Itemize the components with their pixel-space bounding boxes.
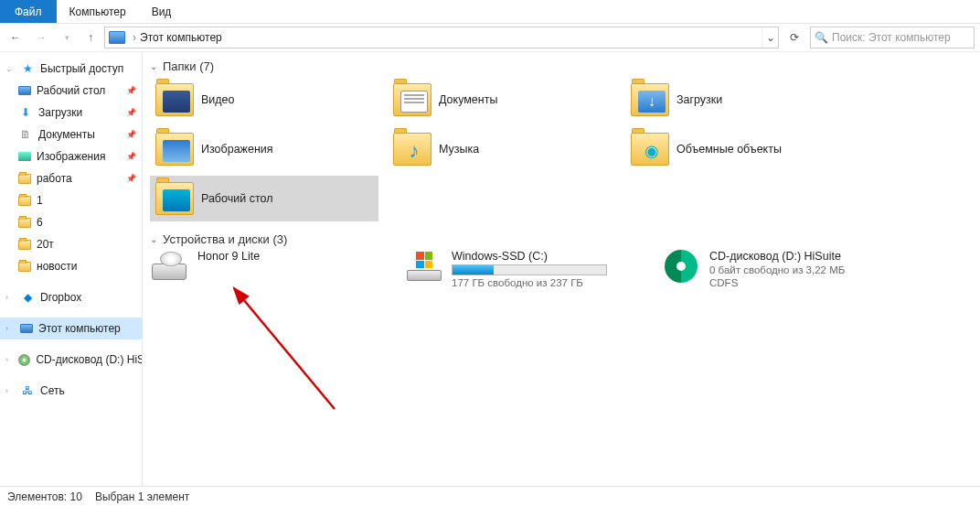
nav-history-dropdown[interactable]: ▾ — [57, 27, 77, 48]
ribbon: Файл Компьютер Вид — [0, 0, 980, 24]
folder-label: Видео — [201, 93, 235, 106]
sidebar-item-pictures[interactable]: Изображения 📌 — [0, 145, 142, 167]
sidebar: ⌄ ★ Быстрый доступ Рабочий стол 📌 ⬇ Загр… — [0, 52, 143, 486]
pc-icon — [20, 324, 33, 333]
drive-name: CD-дисковод (D:) HiSuite — [709, 250, 845, 263]
pin-icon: 📌 — [126, 86, 136, 95]
folder-icon — [631, 83, 669, 116]
folder-icon — [393, 133, 431, 166]
status-bar: Элементов: 10 Выбран 1 элемент — [0, 486, 980, 506]
pin-icon: 📌 — [126, 174, 136, 183]
pin-icon: 📌 — [126, 108, 136, 117]
address-text: Этот компьютер — [140, 31, 762, 44]
sidebar-item-1[interactable]: 1 — [0, 189, 142, 211]
sidebar-item-20t[interactable]: 20т — [0, 233, 142, 255]
folder-documents[interactable]: Документы — [388, 77, 616, 123]
sidebar-label: Изображения — [37, 150, 105, 163]
folder-icon — [18, 196, 31, 206]
ribbon-tab-view[interactable]: Вид — [139, 0, 185, 23]
folder-pictures[interactable]: Изображения — [150, 126, 378, 172]
content-pane[interactable]: ⌄ Папки (7) Видео Документы Загрузки Изо… — [143, 52, 980, 486]
folder-3d[interactable]: Объемные объекты — [625, 126, 854, 172]
sidebar-label: Dropbox — [40, 291, 81, 304]
group-header-folders[interactable]: ⌄ Папки (7) — [150, 59, 980, 73]
folder-label: Музыка — [439, 143, 479, 156]
drive-name: Windows-SSD (C:) — [452, 250, 607, 263]
expand-icon: › — [5, 324, 15, 333]
sidebar-label: CD-дисковод (D:) HiSuite — [36, 353, 142, 366]
drive-c[interactable]: Windows-SSD (C:) 177 ГБ свободно из 237 … — [406, 250, 634, 288]
folder-icon — [631, 133, 669, 166]
pc-icon — [109, 31, 125, 44]
sidebar-item-work[interactable]: работа 📌 — [0, 167, 142, 189]
address-dropdown[interactable]: ⌄ — [762, 27, 778, 48]
explorer-body: ⌄ ★ Быстрый доступ Рабочий стол 📌 ⬇ Загр… — [0, 51, 980, 486]
sidebar-label: Документы — [38, 128, 95, 141]
drive-icon — [406, 250, 442, 283]
sidebar-label: Загрузки — [38, 106, 82, 119]
sidebar-quick-access[interactable]: ⌄ ★ Быстрый доступ — [0, 58, 142, 80]
search-placeholder: Поиск: Этот компьютер — [832, 31, 951, 44]
folder-label: Объемные объекты — [676, 143, 782, 156]
address-caret: › — [129, 31, 140, 44]
star-icon: ★ — [20, 61, 35, 76]
status-item-count: Элементов: 10 — [7, 490, 82, 503]
sidebar-item-6[interactable]: 6 — [0, 211, 142, 233]
ribbon-tab-file[interactable]: Файл — [0, 0, 57, 23]
drive-free-text: 177 ГБ свободно из 237 ГБ — [452, 277, 607, 288]
folder-label: Рабочий стол — [201, 192, 272, 205]
folder-downloads[interactable]: Загрузки — [625, 77, 854, 123]
nav-back-button[interactable]: ← — [5, 27, 26, 48]
desktop-icon — [18, 86, 31, 95]
sidebar-cd[interactable]: › CD-дисковод (D:) HiSuite — [0, 349, 142, 371]
nav-up-button[interactable]: ↑ — [82, 29, 99, 46]
sidebar-item-desktop[interactable]: Рабочий стол 📌 — [0, 80, 142, 102]
sidebar-network[interactable]: › 🖧 Сеть — [0, 380, 142, 402]
downloads-icon: ⬇ — [18, 105, 33, 120]
folder-label: Загрузки — [676, 93, 722, 106]
sidebar-label: Этот компьютер — [38, 322, 121, 335]
sidebar-item-news[interactable]: новости — [0, 255, 142, 277]
group-title: Устройства и диски (3) — [163, 232, 287, 246]
device-icon — [150, 250, 188, 283]
drive-honor[interactable]: Honor 9 Lite — [150, 250, 378, 288]
search-icon: 🔍 — [815, 31, 828, 44]
sidebar-label: 6 — [37, 216, 43, 229]
folder-icon — [18, 240, 31, 250]
sidebar-thispc[interactable]: › Этот компьютер — [0, 318, 142, 339]
dropbox-icon: ◆ — [20, 290, 35, 305]
documents-icon: 🗎 — [18, 127, 33, 142]
ribbon-tab-computer[interactable]: Компьютер — [57, 0, 139, 23]
svg-line-0 — [234, 288, 335, 409]
sidebar-dropbox[interactable]: › ◆ Dropbox — [0, 286, 142, 308]
sidebar-label: 1 — [37, 194, 43, 207]
folder-videos[interactable]: Видео — [150, 77, 378, 123]
folder-icon — [155, 133, 194, 166]
sidebar-label: новости — [37, 260, 77, 273]
sidebar-item-downloads[interactable]: ⬇ Загрузки 📌 — [0, 102, 142, 124]
folder-icon — [155, 182, 194, 215]
refresh-button[interactable]: ⟳ — [784, 27, 804, 48]
nav-forward-button[interactable]: → — [31, 27, 51, 48]
cd-icon — [662, 250, 700, 283]
folder-icon — [18, 218, 31, 228]
drive-name: Honor 9 Lite — [197, 250, 260, 263]
sidebar-item-documents[interactable]: 🗎 Документы 📌 — [0, 124, 142, 145]
folder-icon — [393, 83, 431, 116]
drive-d[interactable]: CD-дисковод (D:) HiSuite 0 байт свободно… — [662, 250, 890, 288]
network-icon: 🖧 — [20, 383, 35, 398]
search-input[interactable]: 🔍 Поиск: Этот компьютер — [810, 27, 975, 48]
expand-icon: › — [5, 355, 13, 364]
folder-icon — [18, 174, 31, 184]
group-header-drives[interactable]: ⌄ Устройства и диски (3) — [150, 232, 980, 246]
annotation-arrow — [216, 272, 344, 418]
sidebar-label: Сеть — [40, 384, 65, 397]
pin-icon: 📌 — [126, 130, 136, 139]
folder-desktop[interactable]: Рабочий стол — [150, 176, 378, 221]
sidebar-label: работа — [37, 172, 72, 185]
pin-icon: 📌 — [126, 152, 136, 161]
folder-music[interactable]: Музыка — [388, 126, 616, 172]
address-bar[interactable]: › Этот компьютер ⌄ — [104, 27, 779, 48]
capacity-bar — [452, 264, 607, 275]
expand-icon: › — [5, 386, 15, 395]
